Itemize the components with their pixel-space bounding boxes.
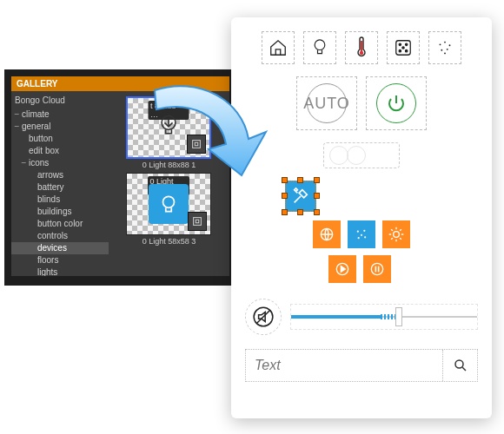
resize-handle[interactable] [297,209,303,215]
sparkle-tile[interactable] [348,220,375,248]
tools-icon [291,187,310,206]
speaker-off-icon [252,306,275,328]
search-icon [453,358,468,373]
thumb-bluetile [149,184,189,224]
sparkles-icon [435,38,454,57]
svg-point-22 [357,231,359,233]
slider-row [245,299,478,335]
svg-point-34 [455,360,463,368]
resize-handle[interactable] [314,209,320,215]
nav-climate-button[interactable] [345,31,378,64]
nav-home-button[interactable] [262,31,295,64]
tree-item-lights[interactable]: lights [11,266,109,276]
resize-handle[interactable] [282,209,288,215]
svg-point-18 [441,49,442,51]
tree-item-label: button color [36,218,83,230]
svg-point-3 [162,196,174,207]
tree-item-floors[interactable]: floors [11,254,109,266]
selected-widget-wrap [245,181,478,212]
resize-handle[interactable] [314,177,320,183]
gallery-thumb[interactable]: 0 Light 5… 0 Light 58x58 3 [126,173,213,246]
auto-mode-button[interactable]: AUTO [296,76,357,130]
lightbulb-icon [311,37,328,58]
tree-item-label: arrows [36,169,63,181]
globe-icon [318,226,335,243]
slider-handle[interactable] [395,307,402,326]
gallery-panel: GALLERY Bongo Cloud −climate−generalbutt… [4,69,236,286]
nav-row [245,31,478,64]
nav-light-button[interactable] [303,31,336,64]
tree-item-buildings[interactable]: buildings [11,206,109,218]
gallery-thumb[interactable]: t 88x88 … 0 Light 88x88 1 [126,96,213,169]
search-button[interactable] [442,350,477,381]
svg-point-23 [363,230,365,232]
tree-item-button[interactable]: button [11,133,109,145]
tree-item-controls[interactable]: controls [11,230,109,242]
tree-item-button-color[interactable]: button color [11,218,109,230]
globe-tile[interactable] [313,220,341,248]
tree-item-devices[interactable]: devices [11,242,109,254]
svg-line-35 [462,367,466,371]
svg-point-25 [358,237,360,239]
svg-point-16 [444,42,446,43]
power-button[interactable] [366,76,427,130]
gallery-tree: Bongo Cloud −climate−generalbuttonedit b… [11,91,109,276]
nav-scenes-button[interactable] [387,31,420,64]
tree-item-label: devices [36,242,67,254]
toggle-switch[interactable] [323,142,400,168]
gallery-thumbs: t 88x88 … 0 Light 88x88 1 0 Light 5… [109,91,229,276]
svg-point-15 [440,43,441,45]
mode-row: AUTO [245,76,478,130]
resize-handle[interactable] [282,193,288,199]
tree-item-battery[interactable]: battery [11,181,109,194]
design-canvas: AUTO [231,17,492,418]
tree-item-label: button [28,133,53,145]
svg-point-17 [449,44,451,46]
svg-point-26 [364,236,366,238]
home-icon [269,38,288,57]
dice-icon [394,38,413,57]
auto-label: AUTO [303,95,350,113]
toggle-row [245,142,478,168]
tree-item-blinds[interactable]: blinds [11,194,109,206]
chip-icon [188,212,207,231]
tree-item-arrows[interactable]: arrows [11,169,109,181]
svg-point-6 [315,40,325,50]
tree-item-label: climate [21,108,50,121]
text-input[interactable] [246,350,442,381]
thumb-image[interactable]: 0 Light 5… [126,173,211,235]
svg-point-24 [361,234,362,236]
svg-point-19 [447,49,448,50]
tree-item-edit-box[interactable]: edit box [11,145,109,157]
resize-handle[interactable] [297,177,303,183]
tree-item-climate[interactable]: −climate [11,108,109,121]
pause-tile[interactable] [363,255,391,283]
tree-item-label: controls [36,230,68,242]
mute-button[interactable] [245,299,282,335]
play-tile[interactable] [328,255,356,283]
thumb-image-selected[interactable]: t 88x88 … [126,96,211,159]
sun-tile[interactable] [382,220,410,248]
tree-item-general[interactable]: −general [11,121,109,133]
resize-handle[interactable] [282,177,288,183]
tree-twist-icon: − [13,108,21,121]
resize-handle[interactable] [314,193,320,199]
svg-point-11 [405,43,407,45]
thumb-caption: 0 Light 88x88 1 [126,159,213,169]
selected-widget[interactable] [285,181,316,212]
volume-slider[interactable] [290,304,478,330]
tree-item-icons[interactable]: −icons [11,157,109,169]
power-icon [386,93,407,114]
tree-item-label: floors [36,254,58,266]
tree-item-label: blinds [36,194,60,206]
nav-effects-button[interactable] [428,31,461,64]
thermometer-icon [354,36,369,59]
toggle-knob [347,146,366,165]
svg-point-13 [405,49,407,51]
tree-item-label: buildings [36,206,71,218]
tree-item-label: edit box [28,145,59,157]
svg-point-20 [444,53,446,55]
toggle-knob [329,146,348,165]
gallery-body: Bongo Cloud −climate−generalbuttonedit b… [11,91,229,276]
tree-twist-icon: − [20,157,28,169]
